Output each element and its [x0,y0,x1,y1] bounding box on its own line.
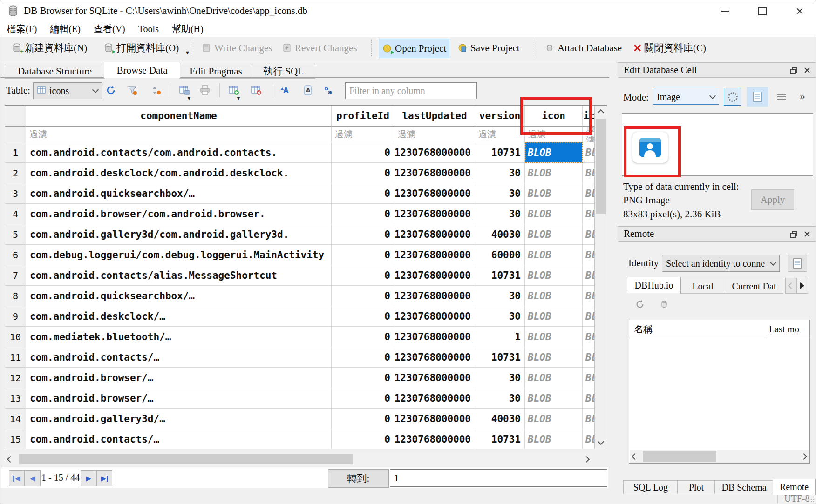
filter-icon[interactable]: 過濾 [525,127,583,142]
cell-icon-partial[interactable]: BLOB [583,163,596,183]
sort-a-button[interactable]: A [278,83,292,97]
remote-tab-local[interactable]: Local [680,279,726,294]
cell-lastUpdated[interactable]: 1230768000000 [394,409,475,429]
menu-view[interactable]: 查看(V) [87,21,132,37]
cell-version[interactable]: 30 [475,388,525,409]
column-header-partial[interactable]: ic [583,106,596,127]
cell-lastUpdated[interactable]: 1230768000000 [394,265,475,286]
open-database-button[interactable]: ▸ 打開資料庫(O) [101,39,182,57]
cell-icon[interactable]: BLOB [525,265,583,286]
row-number[interactable]: 4 [5,204,26,224]
cell-profileId[interactable]: 0 [332,409,394,429]
cell-icon-partial[interactable]: BLOB [583,368,596,388]
cell-icon-partial[interactable]: BLOB [583,409,596,429]
cell-profileId[interactable]: 0 [332,224,394,245]
first-record-button[interactable]: ◀ [9,470,25,486]
cell-version[interactable]: 40030 [475,409,525,429]
cell-profileId[interactable]: 0 [332,142,394,163]
next-record-button[interactable]: ▶ [81,470,96,486]
cell-icon-partial[interactable]: BLOB [583,429,596,449]
cell-icon-partial[interactable]: BLOB [583,327,596,347]
open-project-button[interactable]: ▸ Open Project [379,39,449,58]
cell-icon-partial[interactable]: BLOB [583,204,596,224]
cell-icon[interactable]: BLOB [525,204,583,224]
column-header-lastUpdated[interactable]: lastUpdated [394,106,475,127]
cell-icon[interactable]: BLOB [525,245,583,265]
word-wrap-button[interactable] [774,90,789,104]
row-number[interactable]: 15 [5,429,26,449]
cell-profileId[interactable]: 0 [332,265,394,286]
remote-column-name[interactable]: 名稱 [629,320,765,338]
cell-version[interactable]: 30 [475,183,525,204]
cell-profileId[interactable]: 0 [332,368,394,388]
maximize-button[interactable] [749,0,775,21]
tab-execute-sql[interactable]: 執行 SQL [252,64,315,79]
filter-input[interactable] [345,82,477,99]
cell-lastUpdated[interactable]: 1230768000000 [394,429,475,449]
text-mode-button[interactable] [747,87,768,107]
cell-version[interactable]: 30 [475,204,525,224]
cell-icon[interactable]: BLOB [525,306,583,327]
attach-database-button[interactable]: Attach Database [542,39,625,57]
cell-profileId[interactable]: 0 [332,163,394,183]
table-selector[interactable]: icons [33,82,102,99]
filter-lastUpdated[interactable]: 過濾 [394,127,475,142]
cell-lastUpdated[interactable]: 1230768000000 [394,245,475,265]
ab-case-button[interactable]: ba [322,83,336,97]
cell-version[interactable]: 30 [475,306,525,327]
vertical-scroll-thumb[interactable] [596,119,606,214]
clone-database-button[interactable] [657,297,671,311]
cell-componentName[interactable]: com.android.browser/… [26,368,332,388]
tab-scroll-left-button[interactable] [785,278,797,294]
menu-file[interactable]: 檔案(F) [0,21,43,37]
remote-column-last-modified[interactable]: Last mo [765,324,799,335]
scroll-left-button[interactable] [5,453,16,465]
open-database-dropdown-icon[interactable]: ▼ [185,50,190,55]
dock-tab-remote[interactable]: Remote [773,479,816,495]
remote-refresh-button[interactable] [633,297,647,311]
write-changes-button[interactable]: Write Changes [198,39,275,57]
goto-input[interactable] [390,469,607,487]
new-database-button[interactable]: + 新建資料庫(N) [9,39,90,57]
row-number[interactable]: 1 [5,142,26,163]
cell-icon[interactable]: BLOB [525,409,583,429]
cell-version[interactable]: 10731 [475,142,525,163]
revert-changes-button[interactable]: Revert Changes [279,39,360,57]
cell-icon[interactable]: BLOB [525,368,583,388]
cell-icon-partial[interactable]: BLOB [583,286,596,306]
row-number[interactable]: 6 [5,245,26,265]
cell-icon-partial[interactable]: BLOB [583,224,596,245]
cell-componentName[interactable]: com.android.gallery3d/… [26,409,332,429]
mode-select[interactable]: Image [653,89,719,105]
edit-identity-button[interactable] [788,255,807,272]
scroll-up-button[interactable] [595,106,607,118]
filter-version[interactable]: 過濾 [475,127,525,142]
cell-componentName[interactable]: com.android.quicksearchbox/… [26,183,332,204]
goto-button[interactable]: 轉到: [328,469,389,488]
cell-icon[interactable]: BLOB [525,327,583,347]
cell-icon[interactable]: BLOB [525,388,583,409]
horizontal-scroll-thumb[interactable] [19,454,353,464]
close-database-button[interactable]: 關閉資料庫(C) [630,39,709,57]
tab-scroll-right-button[interactable] [796,278,808,294]
cell-lastUpdated[interactable]: 1230768000000 [394,306,475,327]
cell-componentName[interactable]: com.android.browser/com.android.browser. [26,204,332,224]
cell-icon-partial[interactable]: BLOB [583,183,596,204]
cell-componentName[interactable]: com.debug.loggerui/com.debug.loggerui.Ma… [26,245,332,265]
cell-componentName[interactable]: com.android.quicksearchbox/… [26,286,332,306]
cell-icon-partial[interactable]: BLOB [583,306,596,327]
cell-componentName[interactable]: com.android.contacts/… [26,347,332,368]
cell-lastUpdated[interactable]: 1230768000000 [394,204,475,224]
clear-sort-button[interactable] [150,83,163,97]
save-table-dropdown-icon[interactable]: ▼ [186,95,192,102]
cell-icon[interactable]: BLOB [525,142,583,163]
cell-profileId[interactable]: 0 [332,429,394,449]
scroll-down-button[interactable] [595,437,607,449]
column-header-componentName[interactable]: componentName [26,106,332,127]
cell-componentName[interactable]: com.android.contacts/com.android.contact… [26,142,332,163]
float-panel-icon[interactable] [790,231,796,237]
row-number[interactable]: 8 [5,286,26,306]
scroll-right-button[interactable] [799,450,809,463]
menu-edit[interactable]: 編輯(E) [43,21,87,37]
tab-edit-pragmas[interactable]: Edit Pragmas [179,64,252,79]
